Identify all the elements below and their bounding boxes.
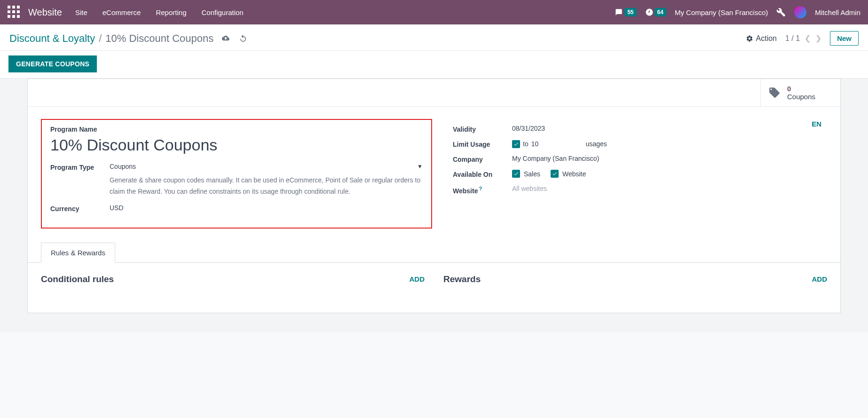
user-avatar[interactable] bbox=[794, 6, 806, 18]
stat-bar: 0 Coupons bbox=[28, 79, 840, 107]
user-name[interactable]: Mitchell Admin bbox=[815, 8, 860, 16]
form-sheet: 0 Coupons EN Program Name 10% Discount C… bbox=[27, 79, 841, 313]
generate-coupons-button[interactable]: GENERATE COUPONS bbox=[8, 55, 97, 72]
chevron-down-icon: ▼ bbox=[417, 163, 423, 170]
conditional-rules-title: Conditional rules bbox=[41, 274, 114, 284]
discard-icon[interactable] bbox=[239, 34, 247, 43]
pager-prev[interactable]: ❮ bbox=[805, 34, 811, 43]
cloud-save-icon[interactable] bbox=[221, 34, 230, 43]
avail-sales-checkbox[interactable] bbox=[512, 170, 520, 178]
apps-icon[interactable] bbox=[8, 6, 21, 19]
action-menu[interactable]: Action bbox=[746, 34, 777, 43]
top-navbar: Website Site eCommerce Reporting Configu… bbox=[0, 0, 868, 24]
avail-website-label: Website bbox=[562, 170, 586, 178]
limit-usage-checkbox[interactable] bbox=[512, 140, 520, 148]
breadcrumb-bar: Discount & Loyalty / 10% Discount Coupon… bbox=[0, 24, 868, 51]
help-icon[interactable]: ? bbox=[479, 186, 482, 191]
tab-rules-rewards[interactable]: Rules & Rewards bbox=[41, 243, 115, 263]
avail-sales-label: Sales bbox=[524, 170, 540, 178]
pager-text[interactable]: 1 / 1 bbox=[785, 34, 800, 43]
coupons-label: Coupons bbox=[787, 93, 815, 101]
program-name-label: Program Name bbox=[50, 126, 423, 133]
company-field[interactable]: My Company (San Francisco) bbox=[512, 155, 825, 163]
right-column: Validity 08/31/2023 Limit Usage to 10 us… bbox=[451, 119, 827, 229]
coupons-stat-button[interactable]: 0 Coupons bbox=[760, 79, 840, 106]
program-type-help: Generate & share coupon codes manually. … bbox=[110, 175, 423, 197]
program-name-field[interactable]: 10% Discount Coupons bbox=[50, 136, 423, 154]
rewards-title: Rewards bbox=[443, 274, 481, 284]
add-rule-button[interactable]: ADD bbox=[410, 275, 425, 283]
limit-suffix: usages bbox=[586, 140, 607, 148]
breadcrumb-separator: / bbox=[99, 32, 102, 45]
limit-value-field[interactable]: 10 bbox=[531, 140, 583, 148]
breadcrumb-parent[interactable]: Discount & Loyalty bbox=[9, 32, 95, 45]
nav-item-configuration[interactable]: Configuration bbox=[201, 8, 243, 16]
button-bar: GENERATE COUPONS bbox=[0, 51, 868, 79]
tag-icon bbox=[768, 87, 781, 99]
messages-button[interactable]: 55 bbox=[614, 8, 636, 16]
breadcrumb-current: 10% Discount Coupons bbox=[105, 32, 213, 45]
activities-count: 64 bbox=[655, 8, 666, 16]
website-label: Website? bbox=[453, 185, 512, 195]
validity-field[interactable]: 08/31/2023 bbox=[512, 125, 825, 133]
available-on-label: Available On bbox=[453, 170, 512, 178]
nav-item-ecommerce[interactable]: eCommerce bbox=[103, 8, 141, 16]
nav-menu: Site eCommerce Reporting Configuration bbox=[75, 8, 244, 16]
activities-button[interactable]: 64 bbox=[645, 8, 666, 16]
nav-item-reporting[interactable]: Reporting bbox=[156, 8, 186, 16]
new-button[interactable]: New bbox=[830, 31, 859, 46]
nav-item-site[interactable]: Site bbox=[75, 8, 87, 16]
add-reward-button[interactable]: ADD bbox=[812, 275, 828, 283]
currency-field[interactable]: USD bbox=[110, 204, 423, 213]
app-brand[interactable]: Website bbox=[28, 7, 62, 18]
debug-tools-icon[interactable] bbox=[776, 8, 786, 17]
messages-count: 55 bbox=[624, 8, 636, 16]
company-label: Company bbox=[453, 155, 512, 163]
company-switcher[interactable]: My Company (San Francisco) bbox=[675, 8, 768, 16]
gear-icon bbox=[746, 35, 753, 42]
limit-usage-label: Limit Usage bbox=[453, 140, 512, 148]
currency-label: Currency bbox=[50, 204, 110, 213]
action-label: Action bbox=[756, 34, 777, 43]
program-type-select[interactable]: Coupons ▼ bbox=[110, 163, 423, 170]
tab-bar: Rules & Rewards bbox=[28, 243, 840, 263]
left-column-highlight: Program Name 10% Discount Coupons Progra… bbox=[41, 119, 432, 229]
coupons-count: 0 bbox=[787, 85, 815, 93]
pager-next[interactable]: ❯ bbox=[815, 34, 821, 43]
limit-to-text: to bbox=[523, 140, 529, 148]
website-field[interactable]: All websites bbox=[512, 185, 825, 195]
program-type-label: Program Type bbox=[50, 163, 110, 171]
program-type-value: Coupons bbox=[110, 163, 136, 170]
clock-icon bbox=[645, 8, 654, 16]
validity-label: Validity bbox=[453, 125, 512, 133]
pager: 1 / 1 ❮ ❯ bbox=[785, 34, 821, 43]
avail-website-checkbox[interactable] bbox=[551, 170, 559, 178]
chat-icon bbox=[614, 8, 623, 16]
lang-badge[interactable]: EN bbox=[812, 120, 821, 128]
